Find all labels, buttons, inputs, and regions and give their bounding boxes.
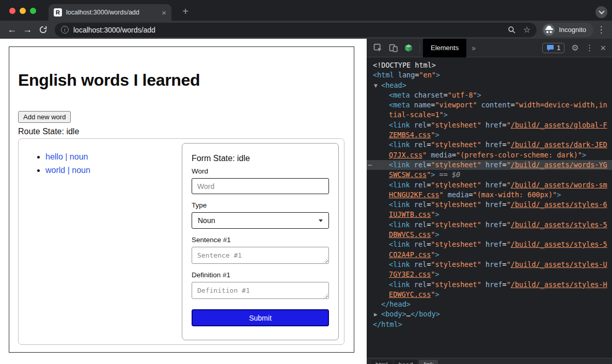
type-label: Type [192, 201, 329, 209]
devtools-close-button[interactable]: × [600, 43, 606, 53]
tab-elements[interactable]: Elements [423, 39, 466, 57]
devtools-code: <!DOCTYPE html><html lang="en">▼<head><m… [367, 58, 612, 329]
word-link[interactable]: world | noun [45, 166, 90, 175]
code-line[interactable]: tial-scale=1"> [367, 110, 612, 120]
word-list: hello | nounworld | noun [35, 150, 90, 177]
window-content: English words I learned Add new word Rou… [0, 39, 612, 364]
url-host: localhost:3000 [73, 26, 120, 34]
submit-button[interactable]: Submit [192, 309, 329, 326]
code-line[interactable]: <link rel="stylesheet" href="/build/_ass… [367, 240, 612, 249]
tab-strip: R localhost:3000/words/add × + [0, 0, 612, 21]
code-line[interactable]: <link rel="stylesheet" href="/build/_ass… [367, 280, 612, 290]
word-list-item: hello | noun [45, 150, 90, 164]
code-line[interactable]: SWCSW.css"> == $0 [367, 170, 612, 180]
traffic-lights [9, 8, 36, 14]
code-line[interactable]: <!DOCTYPE html> [367, 60, 612, 70]
breadcrumb-item[interactable]: link [419, 360, 438, 364]
code-line[interactable]: </head> [367, 299, 612, 309]
code-line[interactable]: ▼<head> [367, 81, 612, 90]
route-state-text: Route State: idle [18, 127, 79, 136]
type-select[interactable]: Noun [192, 212, 329, 229]
code-line[interactable]: ▶<body>…</body> [367, 309, 612, 319]
code-line[interactable]: ZEMBS4.css"> [367, 130, 612, 140]
tab-close-icon[interactable]: × [162, 9, 166, 17]
chevron-down-icon [599, 8, 604, 14]
code-line[interactable]: <link rel="stylesheet" href="/build/_ass… [367, 260, 612, 270]
type-select-value: Noun [198, 216, 215, 225]
extension-panel-button[interactable] [401, 39, 416, 57]
code-line[interactable]: Q7JX.css" media="(prefers-color-scheme: … [367, 150, 612, 160]
words-panel: hello | nounworld | noun Form State: idl… [18, 138, 344, 345]
device-toolbar-button[interactable] [385, 39, 401, 57]
devtools-settings-button[interactable]: ⚙ [571, 44, 578, 52]
window-zoom-button[interactable] [30, 8, 36, 14]
code-line[interactable]: …<link rel="stylesheet" href="/build/_as… [367, 160, 612, 170]
browser-tab[interactable]: R localhost:3000/words/add × [49, 4, 171, 21]
inspect-cursor-icon [373, 43, 382, 52]
toolbar-divider [419, 43, 420, 53]
word-list-item: world | noun [45, 164, 90, 177]
code-line[interactable]: IUJWTB.css"> [367, 210, 612, 219]
definition-label: Definition #1 [192, 271, 329, 279]
devtools-breadcrumbs: htmlheadlink [367, 358, 612, 364]
inspect-element-button[interactable] [370, 39, 385, 57]
incognito-icon [543, 24, 555, 36]
breadcrumb-item[interactable]: html [371, 360, 393, 364]
window-close-button[interactable] [9, 8, 15, 14]
add-new-word-button[interactable]: Add new word [18, 111, 71, 123]
remix-favicon-icon: R [54, 8, 62, 17]
code-line[interactable]: <link rel="stylesheet" href="/build/_ass… [367, 200, 612, 210]
webpage-viewport: English words I learned Add new word Rou… [0, 39, 367, 364]
address-bar[interactable]: i localhost:3000/words/add ☆ [55, 23, 537, 37]
code-line[interactable]: CO2A4P.css"> [367, 250, 612, 260]
sentence-textarea[interactable] [192, 247, 329, 264]
code-line[interactable]: <link rel="stylesheet" href="/build/_ass… [367, 220, 612, 230]
reload-button[interactable] [36, 23, 50, 37]
definition-textarea[interactable] [192, 282, 329, 299]
word-link[interactable]: hello | noun [45, 152, 88, 161]
code-line[interactable]: HCNGU2KF.css" media="(max-width: 600px)"… [367, 190, 612, 200]
code-line[interactable]: <link rel="stylesheet" href="/build/_ass… [367, 120, 612, 130]
issues-button[interactable]: 1 [542, 43, 564, 53]
back-button[interactable]: ← [5, 23, 19, 37]
code-line[interactable]: EDWGYC.css"> [367, 290, 612, 299]
forward-button[interactable]: → [21, 23, 34, 37]
url-path: /words/add [120, 26, 155, 34]
browser-menu-button[interactable]: ⋮ [595, 24, 607, 35]
incognito-label: Incognito [559, 26, 586, 34]
site-info-icon[interactable]: i [61, 26, 69, 34]
code-line[interactable]: <meta charset="utf-8"> [367, 90, 612, 100]
code-line[interactable]: DBWVCS.css"> [367, 230, 612, 240]
page-title: English words I learned [18, 71, 200, 90]
code-line[interactable]: <meta name="viewport" content="width=dev… [367, 100, 612, 110]
tab-search-button[interactable] [595, 6, 607, 18]
line-options-icon[interactable]: … [368, 160, 372, 168]
code-line[interactable]: <html lang="en"> [367, 70, 612, 80]
code-line[interactable]: 7GY3E2.css"> [367, 270, 612, 279]
zoom-icon[interactable] [508, 26, 516, 34]
select-caret-icon [319, 219, 323, 222]
window-minimize-button[interactable] [20, 8, 26, 14]
form-state-text: Form State: idle [192, 154, 329, 163]
devtools-panel: Elements » 1 ⚙ ⋮ × <!DOCTYPE html><html … [367, 39, 612, 364]
issues-count: 1 [557, 44, 560, 52]
sentence-label: Sentence #1 [192, 236, 329, 244]
new-tab-button[interactable]: + [179, 5, 192, 18]
more-panels-button[interactable]: » [466, 44, 481, 52]
code-line[interactable]: </html> [367, 320, 612, 329]
url-text: localhost:3000/words/add [73, 26, 503, 34]
code-line[interactable]: <link rel="stylesheet" href="/build/_ass… [367, 180, 612, 190]
incognito-badge[interactable]: Incognito [542, 23, 593, 37]
word-input[interactable] [192, 178, 329, 194]
browser-window: R localhost:3000/words/add × + ← → i loc… [0, 0, 612, 364]
word-label: Word [192, 167, 329, 175]
breadcrumb-item[interactable]: head [394, 360, 418, 364]
bookmark-star-icon[interactable]: ☆ [523, 26, 530, 34]
app-container: English words I learned Add new word Rou… [9, 46, 354, 353]
tab-title: localhost:3000/words/add [66, 9, 158, 16]
devtools-toolbar: Elements » 1 ⚙ ⋮ × [367, 39, 612, 57]
browser-toolbar: ← → i localhost:3000/words/add ☆ Inc [0, 21, 612, 39]
add-word-form: Form State: idle Word Type Noun Sentence… [182, 143, 339, 340]
code-line[interactable]: <link rel="stylesheet" href="/build/_ass… [367, 140, 612, 150]
devtools-menu-button[interactable]: ⋮ [585, 44, 593, 52]
